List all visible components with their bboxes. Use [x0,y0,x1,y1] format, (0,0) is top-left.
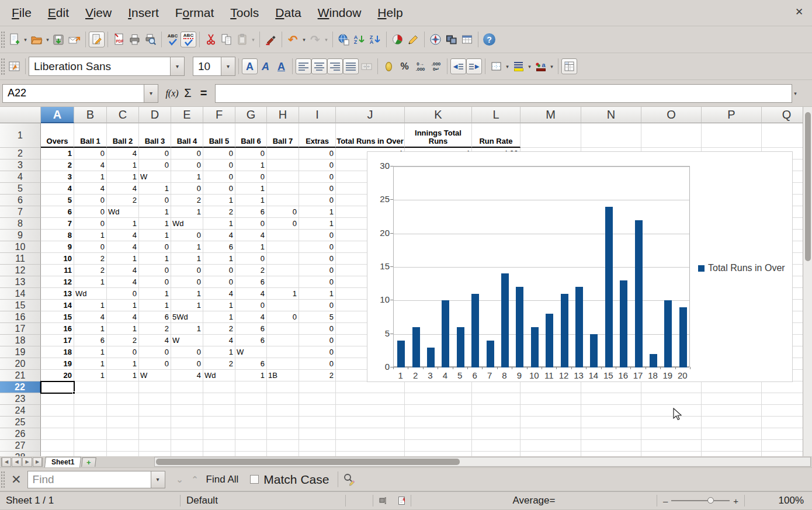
cell-L1[interactable]: Run Rate [472,123,520,148]
cell-J28[interactable] [336,452,405,456]
cell-P23[interactable] [702,393,762,405]
cell-G11[interactable]: 0 [235,253,267,265]
open-file-icon[interactable] [29,32,44,47]
function-wizard-icon[interactable]: f(x) [164,85,180,101]
cell-I16[interactable]: 5 [299,311,336,323]
cell-I17[interactable]: 0 [299,323,336,335]
find-previous-icon[interactable]: ⌃ [188,474,203,485]
delete-decimal-icon[interactable]: .0000↵ [428,58,444,74]
font-name-combobox[interactable]: Liberation Sans [29,57,171,76]
cell-D1[interactable]: Ball 3 [139,123,171,148]
underline-icon[interactable]: A [273,58,289,74]
cell-O23[interactable] [641,393,702,405]
cell-B3[interactable]: 4 [74,159,107,171]
toolbar-grip[interactable] [1,471,5,488]
cell-A20[interactable]: 19 [41,358,74,370]
cell-O25[interactable] [641,417,702,428]
cell-C25[interactable] [107,417,139,428]
data-sources-icon[interactable] [459,32,475,47]
cell-D19[interactable]: 0 [139,346,171,358]
cell-C5[interactable]: 4 [107,183,139,195]
cell-A28[interactable] [41,452,74,456]
auto-spellcheck-toggle[interactable]: ABC [181,32,196,47]
column-header-D[interactable]: D [139,107,171,123]
cell-G5[interactable]: 1 [235,183,267,195]
cell-B6[interactable]: 0 [74,195,107,206]
row-header-11[interactable]: 11 [0,253,41,265]
gallery-icon[interactable] [443,32,459,47]
column-header-L[interactable]: L [472,107,520,123]
cell-G25[interactable] [235,417,267,428]
row-header-3[interactable]: 3 [0,159,41,171]
cell-G12[interactable]: 2 [235,265,267,276]
cell-B11[interactable]: 2 [74,253,107,265]
cell-A15[interactable]: 14 [41,300,74,311]
cell-B1[interactable]: Ball 1 [74,123,107,148]
cell-G22[interactable] [235,381,267,393]
cell-A27[interactable] [41,440,74,452]
row-header-16[interactable]: 16 [0,311,41,323]
menu-data[interactable]: Data [267,2,309,23]
cell-I15[interactable]: 0 [299,300,336,311]
cell-C14[interactable]: 0 [107,288,139,300]
find-next-icon[interactable]: ⌄ [172,474,188,485]
find-all-button[interactable]: Find All [206,474,239,485]
cell-I2[interactable]: 0 [299,148,336,159]
row-header-4[interactable]: 4 [0,171,41,183]
cell-D8[interactable]: 1 [139,218,171,230]
cell-L27[interactable] [472,440,520,452]
cell-F11[interactable]: 1 [203,253,235,265]
cell-D9[interactable]: 1 [139,230,171,241]
print-preview-icon[interactable] [143,32,158,47]
column-header-G[interactable]: G [235,107,267,123]
cell-G9[interactable]: 4 [235,230,267,241]
freeze-rows-columns-icon[interactable] [561,58,577,74]
cell-E2[interactable]: 0 [171,148,203,159]
cell-B25[interactable] [74,417,107,428]
cell-A26[interactable] [41,428,74,440]
name-box-dropdown[interactable]: ▾ [144,84,158,103]
row-header-6[interactable]: 6 [0,195,41,206]
row-header-8[interactable]: 8 [0,218,41,230]
cell-H2[interactable] [267,148,299,159]
cell-A19[interactable]: 18 [41,346,74,358]
cell-H19[interactable] [267,346,299,358]
cell-B12[interactable]: 2 [74,265,107,276]
cell-B22[interactable] [74,381,107,393]
select-all-corner[interactable] [0,107,41,123]
new-document-dropdown[interactable]: ▾ [22,37,29,43]
cell-E10[interactable]: 1 [171,241,203,253]
cell-K23[interactable] [405,393,472,405]
cell-H28[interactable] [267,452,299,456]
find-and-replace-icon[interactable] [341,471,357,487]
cell-D16[interactable]: 6 [139,311,171,323]
cell-C3[interactable]: 1 [107,159,139,171]
edit-mode-toggle[interactable] [89,32,105,47]
column-header-I[interactable]: I [299,107,336,123]
cell-D14[interactable]: 1 [139,288,171,300]
row-header-9[interactable]: 9 [0,230,41,241]
menu-edit[interactable]: Edit [40,2,77,23]
cell-E24[interactable] [171,405,203,417]
cell-E6[interactable]: 2 [171,195,203,206]
cell-J23[interactable] [336,393,405,405]
cell-C13[interactable]: 4 [107,276,139,288]
cell-O24[interactable] [641,405,702,417]
font-size-dropdown[interactable]: ▾ [221,57,235,76]
cell-H18[interactable] [267,335,299,346]
cell-B4[interactable]: 1 [74,171,107,183]
cell-C15[interactable]: 1 [107,300,139,311]
cell-E8[interactable]: Wd [171,218,203,230]
undo-icon[interactable]: ↶ [285,32,301,47]
cell-H21[interactable]: 1B [267,370,299,381]
cell-A24[interactable] [41,405,74,417]
zoom-slider-thumb[interactable] [707,497,714,504]
cell-C4[interactable]: 1 [107,171,139,183]
cell-D2[interactable]: 0 [139,148,171,159]
cell-D18[interactable]: 4 [139,335,171,346]
cell-D11[interactable]: 1 [139,253,171,265]
cell-B13[interactable]: 1 [74,276,107,288]
cell-B21[interactable]: 1 [74,370,107,381]
cell-H16[interactable]: 0 [267,311,299,323]
find-input[interactable] [27,471,151,488]
